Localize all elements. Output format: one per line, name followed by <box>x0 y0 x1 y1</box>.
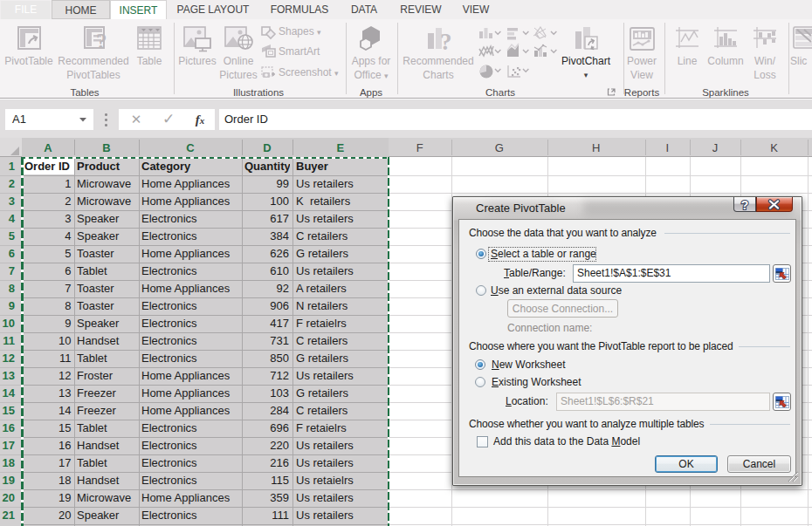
svg-text:?: ? <box>440 29 452 55</box>
svg-text:?: ? <box>741 198 749 212</box>
svg-text:?: ? <box>96 30 107 53</box>
